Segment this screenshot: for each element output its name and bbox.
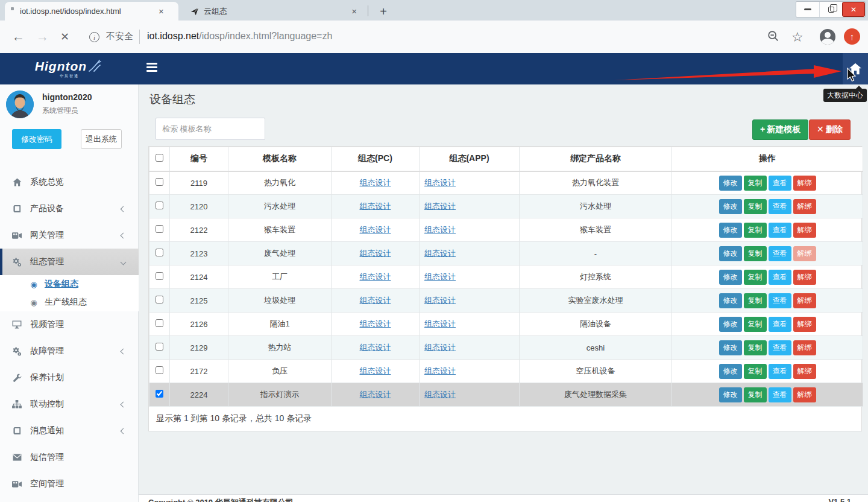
app-config-link[interactable]: 组态设计 — [424, 202, 456, 211]
unbind-button[interactable]: 解绑 — [793, 364, 816, 379]
view-button[interactable]: 查看 — [769, 364, 791, 379]
unbind-button[interactable]: 解绑 — [793, 199, 816, 214]
copy-button[interactable]: 复制 — [744, 317, 767, 332]
edit-button[interactable]: 修改 — [719, 364, 742, 379]
pc-config-link[interactable]: 组态设计 — [360, 319, 391, 328]
copy-button[interactable]: 复制 — [744, 199, 767, 214]
page-info-icon[interactable]: i — [89, 32, 99, 42]
unbind-button[interactable]: 解绑 — [793, 387, 816, 402]
unbind-button[interactable]: 解绑 — [793, 223, 816, 238]
sidebar-item-9[interactable]: 联动控制 — [0, 391, 139, 418]
pc-config-link[interactable]: 组态设计 — [360, 296, 391, 305]
app-config-link[interactable]: 组态设计 — [424, 319, 456, 328]
app-config-link[interactable]: 组态设计 — [424, 225, 456, 234]
app-config-link[interactable]: 组态设计 — [424, 390, 456, 399]
edit-button[interactable]: 修改 — [719, 246, 742, 261]
bigdata-home-button[interactable] — [843, 53, 868, 84]
stop-button[interactable]: ✕ — [60, 30, 69, 43]
address-bar[interactable]: iot.idosp.net/idosp/index.html?language=… — [147, 31, 332, 42]
copy-button[interactable]: 复制 — [744, 387, 767, 402]
browser-tab-current[interactable]: iot.idosp.net/idosp/index.html × — [5, 2, 178, 21]
row-checkbox[interactable] — [156, 202, 163, 209]
copy-button[interactable]: 复制 — [744, 364, 767, 379]
new-tab-button[interactable]: + — [375, 3, 392, 20]
edit-button[interactable]: 修改 — [719, 317, 742, 332]
change-password-button[interactable]: 修改密码 — [12, 129, 61, 149]
forward-button[interactable]: → — [36, 30, 49, 44]
copy-button[interactable]: 复制 — [744, 246, 767, 261]
copy-button[interactable]: 复制 — [744, 223, 767, 238]
unbind-button[interactable]: 解绑 — [793, 317, 816, 332]
edit-button[interactable]: 修改 — [719, 340, 742, 355]
select-all-checkbox[interactable] — [156, 154, 163, 162]
unbind-button[interactable]: 解绑 — [793, 246, 816, 261]
app-config-link[interactable]: 组态设计 — [424, 272, 456, 281]
search-input[interactable] — [156, 118, 265, 140]
unbind-button[interactable]: 解绑 — [793, 176, 816, 191]
sidebar-item-7[interactable]: 故障管理 — [0, 338, 139, 364]
app-config-link[interactable]: 组态设计 — [424, 249, 456, 258]
view-button[interactable]: 查看 — [769, 387, 791, 402]
view-button[interactable]: 查看 — [769, 246, 791, 261]
pc-config-link[interactable]: 组态设计 — [360, 178, 391, 187]
hamburger-menu-icon[interactable] — [146, 63, 159, 75]
row-checkbox[interactable] — [156, 343, 163, 351]
tab-close-icon[interactable]: × — [159, 6, 164, 16]
copy-button[interactable]: 复制 — [744, 270, 767, 285]
pc-config-link[interactable]: 组态设计 — [360, 202, 391, 211]
row-checkbox[interactable] — [156, 225, 163, 233]
row-checkbox[interactable] — [156, 178, 163, 186]
edit-button[interactable]: 修改 — [719, 387, 742, 402]
row-checkbox[interactable] — [156, 296, 163, 303]
view-button[interactable]: 查看 — [769, 340, 791, 355]
view-button[interactable]: 查看 — [769, 317, 791, 332]
edit-button[interactable]: 修改 — [719, 270, 742, 285]
row-checkbox[interactable] — [156, 366, 163, 374]
view-button[interactable]: 查看 — [769, 176, 791, 191]
row-checkbox[interactable] — [156, 390, 163, 398]
row-checkbox[interactable] — [156, 272, 163, 280]
pc-config-link[interactable]: 组态设计 — [360, 343, 391, 352]
pc-config-link[interactable]: 组态设计 — [360, 249, 391, 258]
window-close-button[interactable]: ✕ — [842, 2, 865, 17]
bookmark-star-icon[interactable]: ☆ — [791, 30, 804, 45]
unbind-button[interactable]: 解绑 — [793, 340, 816, 355]
app-config-link[interactable]: 组态设计 — [424, 366, 456, 375]
logout-button[interactable]: 退出系统 — [81, 129, 122, 149]
pc-config-link[interactable]: 组态设计 — [360, 366, 391, 375]
browser-tab-cloud[interactable]: 云组态 × — [184, 2, 363, 21]
zoom-out-icon[interactable] — [767, 30, 780, 45]
new-template-button[interactable]: +新建模板 — [752, 119, 808, 140]
edit-button[interactable]: 修改 — [719, 199, 742, 214]
browser-update-icon[interactable]: ↑ — [844, 28, 860, 45]
app-config-link[interactable]: 组态设计 — [424, 178, 456, 187]
sidebar-item-5[interactable]: ◉生产线组态 — [0, 293, 139, 311]
edit-button[interactable]: 修改 — [719, 176, 742, 191]
window-restore-button[interactable] — [819, 2, 842, 17]
back-button[interactable]: ← — [12, 30, 25, 44]
sidebar-item-0[interactable]: 系统总览 — [0, 169, 139, 195]
view-button[interactable]: 查看 — [769, 293, 791, 308]
sidebar-item-1[interactable]: 产品设备 — [0, 195, 139, 222]
sidebar-item-2[interactable]: 网关管理 — [0, 222, 139, 249]
tab-close-icon[interactable]: × — [351, 6, 357, 16]
browser-profile-icon[interactable] — [820, 29, 835, 45]
window-minimize-button[interactable] — [796, 2, 819, 17]
row-checkbox[interactable] — [156, 319, 163, 327]
view-button[interactable]: 查看 — [769, 199, 791, 214]
copy-button[interactable]: 复制 — [744, 340, 767, 355]
pc-config-link[interactable]: 组态设计 — [360, 225, 391, 234]
sidebar-item-4[interactable]: ◉设备组态 — [0, 275, 139, 293]
edit-button[interactable]: 修改 — [719, 293, 742, 308]
edit-button[interactable]: 修改 — [719, 223, 742, 238]
sidebar-item-12[interactable]: 空间管理 — [0, 471, 139, 497]
view-button[interactable]: 查看 — [769, 223, 791, 238]
copy-button[interactable]: 复制 — [744, 293, 767, 308]
app-config-link[interactable]: 组态设计 — [424, 296, 456, 305]
app-config-link[interactable]: 组态设计 — [424, 343, 456, 352]
sidebar-item-3[interactable]: 组态管理 — [0, 249, 139, 275]
delete-button[interactable]: ✕删除 — [809, 119, 851, 140]
sidebar-item-11[interactable]: 短信管理 — [0, 444, 139, 471]
pc-config-link[interactable]: 组态设计 — [360, 390, 391, 399]
pc-config-link[interactable]: 组态设计 — [360, 272, 391, 281]
